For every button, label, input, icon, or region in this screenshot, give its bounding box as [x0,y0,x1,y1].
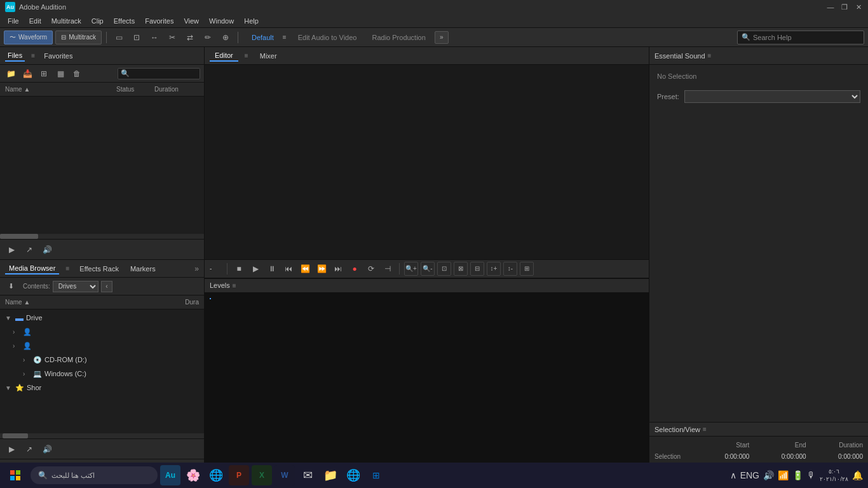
contents-select[interactable]: Drives Favorites Local [53,281,98,292]
taskbar-chrome-icon[interactable]: 🌐 [206,465,226,485]
tree-item-windows-c[interactable]: › 💻 Windows (C:) [0,367,204,381]
menu-window[interactable]: Window [204,16,239,26]
media-scrollbar[interactable] [0,433,204,438]
tree-item-drives[interactable]: ▼ ▬ Drive [0,311,204,325]
tool-razor[interactable]: ✂ [165,30,180,44]
media-prev-button[interactable]: ‹ [101,281,112,292]
taskbar-powerpoint-icon[interactable]: P [229,465,249,485]
tree-item-item2[interactable]: › 👤 [0,339,204,353]
taskbar-mail-icon[interactable]: ✉ [297,465,318,485]
menu-edit[interactable]: Edit [24,16,46,26]
taskbar-mic-icon[interactable]: 🎙 [807,470,816,480]
new-folder-button[interactable]: 📁 [4,67,18,80]
play-button[interactable]: ▶ [248,262,262,276]
tree-item-item1[interactable]: › 👤 [0,325,204,339]
menu-help[interactable]: Help [239,16,264,26]
zoom-selection-button[interactable]: ⊠ [454,262,468,276]
tool-slip[interactable]: ⇄ [182,30,198,44]
tree-item-cdrom[interactable]: › 💿 CD-ROM (D:) [0,353,204,367]
taskbar-explorer-icon[interactable]: 📁 [320,465,341,485]
zoom-h-in-button[interactable]: ↕+ [487,262,501,276]
taskbar-audition-icon[interactable]: Au [160,465,180,485]
close-button[interactable]: ✕ [854,3,863,11]
zoom-out-button[interactable]: 🔍- [421,262,435,276]
workspace-edit-audio-button[interactable]: Edit Audio to Video [292,32,363,43]
menu-view[interactable]: View [179,16,204,26]
tool-heal[interactable]: ⊕ [218,30,233,44]
menu-effects[interactable]: Effects [109,16,140,26]
taskbar-edge-icon[interactable]: 🌐 [343,465,363,485]
essential-sound-menu-icon[interactable]: ≡ [708,52,712,59]
taskbar-music-icon[interactable]: 🌸 [183,465,203,485]
zoom-reset-button[interactable]: ⊞ [520,262,534,276]
taskbar-volume-icon[interactable]: 🔊 [763,470,774,480]
tab-files[interactable]: Files [5,50,25,62]
go-end-button[interactable]: ⏭ [331,262,345,276]
go-start-button[interactable]: ⏮ [281,262,295,276]
multitrack-button[interactable]: ⊟ Multitrack [55,30,102,44]
zoom-h-out-button[interactable]: ↕- [503,262,517,276]
preset-select[interactable] [684,90,860,103]
tool-time[interactable]: ↔ [147,30,162,44]
minimize-button[interactable]: — [826,3,835,11]
media-panel-menu-icon[interactable]: ≡ [63,264,72,273]
selection-view-menu-icon[interactable]: ≡ [703,426,707,433]
tool-select[interactable]: ▭ [111,30,126,44]
taskbar-taskview-icon[interactable]: ⊞ [366,465,386,485]
rewind-button[interactable]: ⏪ [298,262,312,276]
files-play-button[interactable]: ▶ [5,243,18,256]
menu-multitrack[interactable]: Multitrack [46,16,86,26]
waveform-button[interactable]: 〜 Waveform [4,30,53,44]
tab-effects-rack[interactable]: Effects Rack [76,264,123,274]
tab-editor[interactable]: Editor [210,50,238,62]
workspace-menu-icon[interactable]: ≡ [280,34,289,41]
record-button[interactable]: ● [348,262,362,276]
media-play-button[interactable]: ▶ [5,443,18,456]
tab-media-browser[interactable]: Media Browser [5,263,59,274]
loop-button[interactable]: ⟳ [364,262,378,276]
files-scrollbar-thumb[interactable] [0,234,38,239]
tab-markers[interactable]: Markers [126,264,159,274]
taskbar-battery-icon[interactable]: 🔋 [792,470,803,480]
files-export-button[interactable]: ↗ [23,243,36,256]
zoom-all-button[interactable]: ⊟ [470,262,484,276]
levels-menu-icon[interactable]: ≡ [233,282,236,289]
maximize-button[interactable]: ❐ [840,3,849,11]
taskbar-start-button[interactable] [5,465,25,485]
skip-left-button[interactable]: ⊣ [381,262,395,276]
menu-clip[interactable]: Clip [86,16,109,26]
menu-file[interactable]: File [3,16,24,26]
taskbar-chevron-icon[interactable]: ∧ [730,470,736,480]
taskbar-excel-icon[interactable]: X [252,465,272,485]
taskbar-search-bar[interactable]: 🔍 اكتب هنا للبحث [31,466,158,484]
tab-mixer[interactable]: Mixer [255,51,282,61]
tree-item-shortcuts[interactable]: ▼ ⭐ Shor [0,381,204,395]
editor-menu-icon[interactable]: ≡ [242,51,251,60]
tool-draw[interactable]: ✏ [200,30,215,44]
pause-button[interactable]: ⏸ [265,262,279,276]
fast-forward-button[interactable]: ⏩ [315,262,329,276]
expand-icon[interactable]: » [194,264,199,273]
taskbar-lang-icon[interactable]: ENG [740,470,759,480]
import-button[interactable]: 📥 [20,67,34,80]
workspace-radio-button[interactable]: Radio Production [365,32,431,43]
zoom-fit-button[interactable]: ⊡ [437,262,451,276]
tool-zoom[interactable]: ⊡ [129,30,144,44]
files-scrollbar[interactable] [0,234,204,239]
media-download-button[interactable]: ⬇ [4,280,18,293]
media-audio-button[interactable]: 🔊 [41,443,53,456]
group-button[interactable]: ▦ [53,67,67,80]
files-audio-button[interactable]: 🔊 [41,243,53,256]
files-panel-menu-icon[interactable]: ≡ [29,51,37,60]
menu-favorites[interactable]: Favorites [140,16,179,26]
workspace-more-button[interactable]: » [435,31,449,44]
taskbar-time[interactable]: ٥:٠٦ ٢٠٢١/١٠/٢٨ [820,468,848,483]
media-export-button[interactable]: ↗ [23,443,36,456]
taskbar-wifi-icon[interactable]: 📶 [778,470,789,480]
files-search-input[interactable] [130,70,193,77]
tab-favorites[interactable]: Favorites [41,51,75,61]
search-input[interactable] [753,34,855,41]
zoom-in-button[interactable]: 🔍+ [404,262,418,276]
taskbar-word-icon[interactable]: W [275,465,295,485]
media-scrollbar-thumb[interactable] [3,433,28,438]
